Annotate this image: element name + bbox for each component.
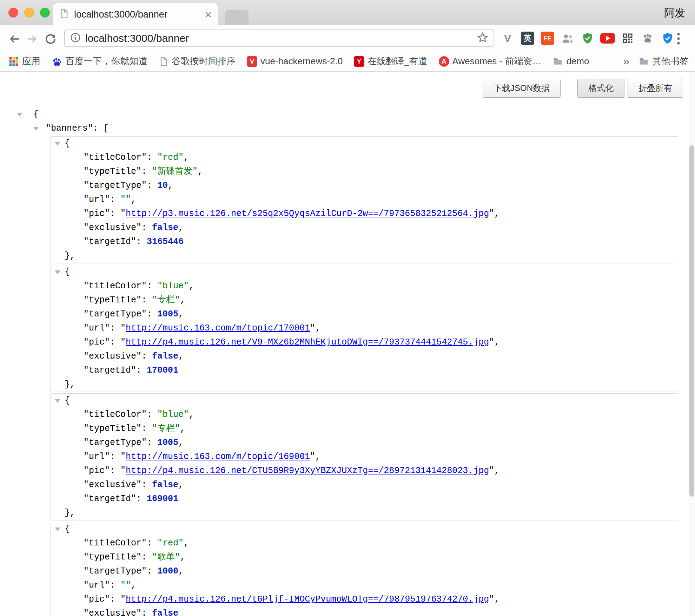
bookmark-item[interactable]: Vvue-hackernews-2.0: [247, 56, 343, 67]
reload-icon[interactable]: [43, 31, 58, 47]
json-punct: ,: [131, 195, 136, 205]
json-punct: ",: [310, 323, 320, 333]
json-line: "url": "http://music.163.com/m/topic/170…: [51, 321, 678, 335]
forward-icon[interactable]: [25, 31, 40, 47]
json-line: {: [0, 107, 687, 122]
close-window-button[interactable]: [8, 8, 18, 18]
new-tab-button[interactable]: [225, 10, 249, 25]
json-punct: :: [110, 195, 120, 205]
translate-icon[interactable]: 英: [520, 31, 535, 46]
json-punct: :: [110, 466, 120, 476]
bookmark-label: 百度一下，你就知道: [65, 55, 147, 67]
json-line: "titleColor": "red",: [51, 151, 678, 165]
collapse-toggle-icon[interactable]: [55, 399, 60, 403]
json-string: "blue": [157, 281, 189, 291]
zoom-window-button[interactable]: [40, 8, 50, 18]
json-number: false: [152, 223, 178, 233]
browser-tab[interactable]: localhost:3000/banner ×: [53, 3, 218, 26]
download-json-button[interactable]: 下载JSON数据: [483, 79, 561, 98]
bookmark-item[interactable]: 百度一下，你就知道: [52, 55, 147, 67]
json-punct: ,: [180, 552, 185, 562]
json-punct: :: [141, 552, 152, 562]
bookmarks-overflow-icon[interactable]: »: [623, 55, 629, 68]
collapse-toggle-icon[interactable]: [55, 527, 60, 531]
json-line: "pic": "http://p4.music.126.net/tGPljf-I…: [51, 592, 678, 607]
json-punct: :: [141, 295, 152, 305]
json-link[interactable]: http://music.163.com/m/topic/169001: [126, 452, 310, 462]
page-info-icon[interactable]: [70, 32, 81, 45]
collapse-toggle-icon[interactable]: [33, 127, 39, 131]
json-punct: :: [110, 323, 120, 333]
paw-icon[interactable]: [640, 31, 655, 46]
collapse-all-button[interactable]: 折叠所有: [628, 79, 683, 98]
json-punct: :: [147, 566, 157, 576]
json-punct: },: [65, 379, 75, 389]
json-punct: ,: [189, 409, 194, 420]
json-line: "typeTitle": "专栏",: [51, 293, 678, 307]
collapse-toggle-icon[interactable]: [55, 270, 60, 274]
url-text[interactable]: localhost:3000/banner: [85, 32, 477, 44]
json-object-block: {"titleColor": "red","typeTitle": "新碟首发"…: [50, 136, 678, 263]
tab-close-icon[interactable]: ×: [205, 8, 212, 20]
format-button[interactable]: 格式化: [577, 79, 624, 98]
json-line: "exclusive": false,: [51, 221, 678, 235]
fe-icon[interactable]: FE: [540, 31, 555, 46]
json-punct: ,: [198, 166, 203, 177]
other-bookmarks-folder[interactable]: 其他书签: [638, 55, 689, 67]
json-number: false: [152, 608, 178, 616]
json-line: "typeTitle": "歌单",: [51, 550, 678, 564]
bookmark-star-icon[interactable]: [477, 32, 489, 45]
json-punct: ,: [178, 309, 184, 319]
scrollbar-track[interactable]: [689, 72, 695, 616]
json-punct: ",: [489, 466, 499, 476]
json-punct: ,: [189, 281, 194, 291]
json-punct: {: [65, 395, 70, 406]
json-line: {: [51, 522, 678, 536]
json-link[interactable]: http://music.163.com/m/topic/170001: [126, 323, 310, 333]
json-number: 3165446: [147, 237, 184, 247]
json-key: "pic": [84, 337, 110, 347]
baidu-paw-icon: [52, 56, 62, 67]
json-punct: :: [141, 608, 152, 616]
browser-menu-icon[interactable]: [677, 32, 680, 46]
youtube-icon[interactable]: [600, 31, 615, 46]
contacts-icon[interactable]: [560, 31, 575, 46]
json-key: "targetId": [84, 494, 136, 504]
json-link[interactable]: http://p3.music.126.net/s25q2x5QyqsAzilC…: [126, 209, 489, 219]
json-link[interactable]: http://p4.music.126.net/V9-MXz6b2MNhEKju…: [126, 337, 489, 347]
json-punct: },: [65, 508, 75, 518]
json-link[interactable]: http://p4.music.126.net/CTU5B9R9y3XyYBZX…: [126, 466, 489, 476]
browser-profile-name[interactable]: 阿发: [664, 6, 685, 20]
json-punct: ,: [178, 223, 184, 233]
minimize-window-button[interactable]: [24, 8, 34, 18]
bookmark-item[interactable]: demo: [552, 56, 589, 67]
collapse-toggle-icon[interactable]: [55, 142, 60, 146]
bookmark-item[interactable]: 谷歌按时间排序: [159, 55, 236, 67]
green-shield-icon[interactable]: [580, 31, 595, 46]
json-punct: ,: [184, 152, 189, 163]
tab-title: localhost:3000/banner: [74, 9, 201, 20]
json-string: "blue": [157, 409, 189, 420]
extensions-row: V英FE: [500, 30, 675, 47]
vue-icon: V: [247, 56, 257, 67]
json-line: "typeTitle": "专栏",: [51, 422, 678, 436]
bookmark-item[interactable]: AAwesomes - 前端资…: [439, 55, 542, 67]
bookmark-label: Awesomes - 前端资…: [452, 55, 542, 67]
json-line: },: [51, 506, 678, 520]
address-bar[interactable]: localhost:3000/banner: [64, 30, 494, 47]
scrollbar-thumb[interactable]: [689, 145, 694, 497]
collapse-toggle-icon[interactable]: [17, 113, 22, 117]
navigation-bar: localhost:3000/banner V英FE: [0, 25, 695, 51]
vimium-icon[interactable]: V: [500, 31, 515, 46]
bookmark-item[interactable]: Y在线翻译_有道: [354, 55, 427, 67]
back-icon[interactable]: [6, 31, 22, 47]
json-link[interactable]: http://p4.music.126.net/tGPljf-IMOCyPvum…: [126, 594, 489, 604]
json-line: "targetType": 1005,: [51, 307, 678, 321]
json-key: "targetId": [84, 237, 136, 247]
json-line: "targetId": 170001: [51, 363, 678, 378]
json-punct: :: [147, 152, 157, 163]
bookmark-item[interactable]: 应用: [8, 55, 40, 67]
qr-code-icon[interactable]: [620, 31, 635, 46]
blue-shield-icon[interactable]: [660, 31, 675, 46]
json-number: 169001: [147, 494, 178, 504]
